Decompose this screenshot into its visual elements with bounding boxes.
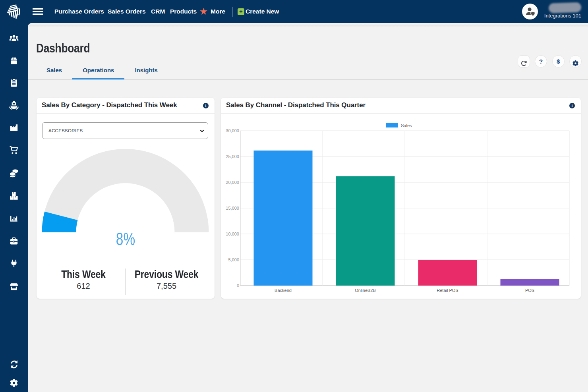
svg-text:15,000: 15,000 [226,206,239,210]
svg-text:0: 0 [237,283,239,288]
svg-text:30,000: 30,000 [226,128,239,133]
svg-text:20,000: 20,000 [226,180,239,185]
svg-text:OnlineB2B: OnlineB2B [355,288,376,293]
svg-text:5,000: 5,000 [228,257,239,262]
svg-text:Retail POS: Retail POS [437,288,458,293]
svg-text:POS: POS [525,288,534,293]
svg-text:10,000: 10,000 [226,232,239,236]
svg-text:25,000: 25,000 [226,154,239,159]
svg-text:Sales: Sales [401,123,412,128]
svg-text:Backend: Backend [275,288,292,293]
